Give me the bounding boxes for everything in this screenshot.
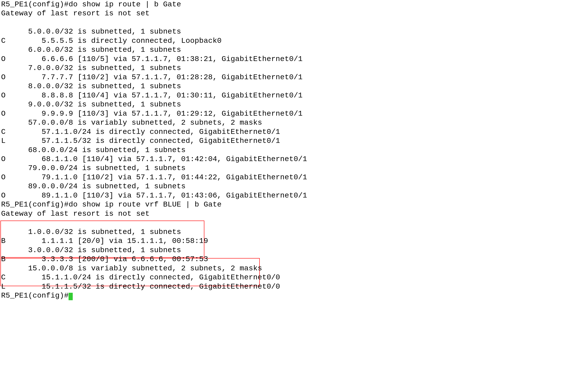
global-route-line: 57.0.0.0/8 is variably subnetted, 2 subn… [1, 119, 262, 127]
global-route-line: O 89.1.1.0 [110/3] via 57.1.1.7, 01:43:0… [1, 191, 307, 200]
global-route-line: O 6.6.6.6 [110/5] via 57.1.1.7, 01:38:21… [1, 55, 302, 63]
global-route-line: L 57.1.1.5/32 is directly connected, Gig… [1, 137, 280, 145]
global-route-line: C 57.1.1.0/24 is directly connected, Gig… [1, 128, 280, 136]
global-route-line: 79.0.0.0/24 is subnetted, 1 subnets [1, 164, 186, 172]
vrf-route-line: 3.0.0.0/32 is subnetted, 1 subnets [1, 246, 181, 254]
global-route-line: 68.0.0.0/24 is subnetted, 1 subnets [1, 146, 186, 154]
vrf-route-line: L 15.1.1.5/32 is directly connected, Gig… [1, 283, 280, 291]
gateway-line-2: Gateway of last resort is not set [1, 210, 150, 218]
cli-prompt-line-3: R5_PE1(config)# [1, 291, 68, 300]
cli-prompt-line-1: R5_PE1(config)#do show ip route | b Gate [1, 0, 181, 9]
global-route-line: 5.0.0.0/32 is subnetted, 1 subnets [1, 27, 181, 36]
global-route-line: 9.0.0.0/32 is subnetted, 1 subnets [1, 100, 181, 109]
gateway-line-1: Gateway of last resort is not set [1, 9, 150, 17]
vrf-route-line: 1.0.0.0/32 is subnetted, 1 subnets [1, 228, 181, 236]
terminal-output[interactable]: R5_PE1(config)#do show ip route | b Gate… [0, 0, 588, 300]
cli-prompt-line-2: R5_PE1(config)#do show ip route vrf BLUE… [1, 200, 222, 209]
cursor-block [68, 293, 73, 300]
global-route-line: 89.0.0.0/24 is subnetted, 1 subnets [1, 182, 186, 190]
global-route-line: 7.0.0.0/32 is subnetted, 1 subnets [1, 64, 181, 72]
global-route-line: O 79.1.1.0 [110/2] via 57.1.1.7, 01:44:2… [1, 173, 307, 181]
global-route-line: 6.0.0.0/32 is subnetted, 1 subnets [1, 46, 181, 54]
global-route-line: O 9.9.9.9 [110/3] via 57.1.1.7, 01:29:12… [1, 110, 302, 118]
global-route-line: C 5.5.5.5 is directly connected, Loopbac… [1, 37, 222, 45]
vrf-route-line: B 3.3.3.3 [200/0] via 6.6.6.6, 00:57:53 [1, 255, 208, 263]
global-route-line: O 8.8.8.8 [110/4] via 57.1.1.7, 01:30:11… [1, 91, 302, 100]
global-route-line: 8.0.0.0/32 is subnetted, 1 subnets [1, 82, 181, 90]
vrf-route-line: B 1.1.1.1 [20/0] via 15.1.1.1, 00:58:19 [1, 237, 208, 245]
vrf-route-line: 15.0.0.0/8 is variably subnetted, 2 subn… [1, 264, 262, 273]
global-route-line: O 7.7.7.7 [110/2] via 57.1.1.7, 01:28:28… [1, 73, 302, 81]
global-route-line: O 68.1.1.0 [110/4] via 57.1.1.7, 01:42:0… [1, 155, 307, 163]
vrf-route-line: C 15.1.1.0/24 is directly connected, Gig… [1, 273, 280, 282]
